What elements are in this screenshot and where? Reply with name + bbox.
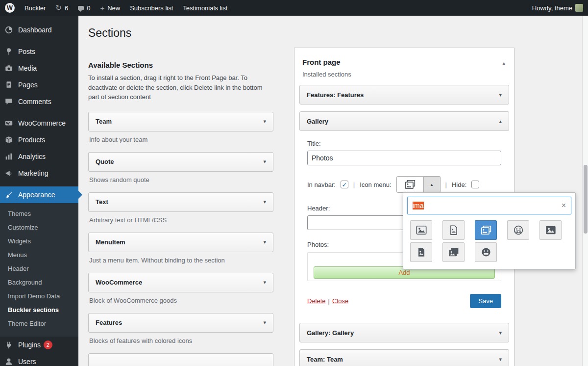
- paintbrush-icon: [4, 190, 14, 200]
- check-icon: ✓: [342, 182, 347, 188]
- submenu-menus[interactable]: Menus: [0, 248, 78, 262]
- subscribers-list-link[interactable]: Subscribers list: [125, 0, 178, 16]
- icon-search-input[interactable]: ima ×: [407, 197, 571, 214]
- testimonials-list-link[interactable]: Testimonials list: [178, 0, 232, 16]
- section-title: MenuItem: [96, 238, 125, 246]
- hide-checkbox[interactable]: [471, 181, 479, 188]
- chevron-down-icon: ▾: [263, 279, 266, 286]
- close-link[interactable]: Close: [332, 297, 348, 305]
- submenu-customize[interactable]: Customize: [0, 221, 78, 235]
- clear-search-icon[interactable]: ×: [562, 202, 566, 209]
- updates-count: 6: [65, 4, 68, 12]
- page-title: Sections: [78, 16, 588, 40]
- megaphone-icon: [4, 168, 14, 178]
- front-page-title: Front page: [302, 58, 506, 66]
- section-quote[interactable]: Quote ▾: [88, 152, 273, 172]
- dashboard-icon: [4, 25, 14, 35]
- grimace-icon[interactable]: [507, 220, 529, 240]
- submenu-widgets[interactable]: Widgets: [0, 235, 78, 248]
- appearance-submenu: Themes Customize Widgets Menus Header Ba…: [0, 203, 78, 337]
- sidebar-item-comments[interactable]: Comments: [0, 93, 78, 110]
- comments-indicator[interactable]: 0: [73, 0, 95, 16]
- chevron-down-icon: ▾: [263, 239, 266, 245]
- new-content-menu[interactable]: + New: [95, 0, 125, 16]
- section-partial[interactable]: [88, 353, 273, 366]
- installed-section-features[interactable]: Features: Features ▾: [299, 85, 509, 105]
- image-icon[interactable]: [410, 220, 432, 240]
- admin-bar: W Buckler ↻ 6 0 + New Subscribers list T…: [0, 0, 588, 16]
- section-team[interactable]: Team ▾: [88, 112, 273, 131]
- gallery-title-input[interactable]: [307, 151, 501, 165]
- sidebar-item-products[interactable]: Products: [0, 131, 78, 148]
- sidebar-item-label: Media: [18, 64, 37, 72]
- section-features[interactable]: Features ▾: [88, 313, 273, 333]
- document-icon: [4, 80, 14, 90]
- grimace-solid-icon[interactable]: [475, 242, 497, 262]
- installed-section-title: Features: Features: [307, 91, 364, 99]
- plugins-update-badge: 2: [44, 340, 52, 349]
- icon-menu-dropdown: ▴: [396, 176, 441, 193]
- sidebar-item-marketing[interactable]: Marketing: [0, 165, 78, 182]
- sidebar-item-label: Analytics: [18, 153, 46, 160]
- updates-indicator[interactable]: ↻ 6: [50, 0, 73, 16]
- sidebar-item-dashboard[interactable]: Dashboard: [0, 22, 78, 38]
- chevron-down-icon: ▾: [499, 356, 502, 363]
- save-button[interactable]: Save: [470, 294, 501, 308]
- images-solid-icon[interactable]: [442, 242, 465, 262]
- submenu-themes[interactable]: Themes: [0, 207, 78, 221]
- sidebar-item-users[interactable]: Users: [0, 353, 78, 366]
- plus-icon: +: [100, 4, 104, 12]
- sidebar-item-appearance[interactable]: Appearance: [0, 186, 78, 203]
- scrollbar-thumb[interactable]: [584, 165, 588, 234]
- section-description: Blocks of features with colored icons: [89, 337, 272, 344]
- section-woocommerce[interactable]: WooCommerce ▾: [88, 273, 273, 292]
- collapse-panel-icon[interactable]: ▴: [502, 60, 505, 66]
- bar-chart-icon: [4, 152, 14, 161]
- submenu-header[interactable]: Header: [0, 262, 78, 276]
- wp-logo-menu[interactable]: W: [0, 0, 20, 16]
- installed-section-gallery[interactable]: Gallery: Gallery ▾: [299, 323, 509, 342]
- howdy-account-menu[interactable]: Howdy, theme: [527, 0, 588, 16]
- sidebar-item-plugins[interactable]: Plugins 2: [0, 337, 78, 353]
- image-solid-icon[interactable]: [539, 220, 562, 240]
- submenu-theme-editor[interactable]: Theme Editor: [0, 317, 78, 331]
- submenu-buckler-sections[interactable]: Buckler sections: [0, 303, 78, 317]
- section-description: Arbitrary text or HTML/CSS: [89, 216, 272, 224]
- separator: |: [328, 297, 330, 305]
- sidebar-item-label: Marketing: [18, 169, 48, 177]
- delete-link[interactable]: Delete: [307, 297, 326, 305]
- file-image-icon[interactable]: [442, 220, 465, 240]
- hide-label: Hide:: [452, 181, 466, 188]
- title-label: Title:: [307, 140, 501, 147]
- sidebar-item-posts[interactable]: Posts: [0, 43, 78, 60]
- section-menuitem[interactable]: MenuItem ▾: [88, 233, 273, 252]
- sidebar-item-label: Appearance: [18, 191, 55, 199]
- speech-bubble-icon: [4, 97, 14, 106]
- site-name: Buckler: [24, 4, 46, 12]
- sidebar-item-label: Pages: [18, 81, 38, 89]
- available-sections-description: To install a section, drag it right to t…: [88, 73, 273, 102]
- scrollbar-track[interactable]: [582, 16, 588, 366]
- in-navbar-checkbox[interactable]: ✓: [341, 181, 348, 188]
- installed-section-gallery-header[interactable]: Gallery ▴: [299, 111, 509, 131]
- icon-menu-caret-button[interactable]: ▴: [424, 176, 441, 193]
- menu-separator: [0, 182, 78, 186]
- installed-section-team[interactable]: Team: Team ▾: [299, 349, 509, 366]
- images-icon-selected[interactable]: [475, 220, 497, 240]
- sidebar-item-analytics[interactable]: Analytics: [0, 148, 78, 165]
- sidebar-item-media[interactable]: Media: [0, 60, 78, 77]
- submenu-background[interactable]: Background: [0, 276, 78, 289]
- submenu-import-demo-data[interactable]: Import Demo Data: [0, 289, 78, 303]
- icon-grid: [407, 219, 571, 265]
- section-title: Text: [96, 198, 108, 206]
- section-title: Quote: [96, 158, 114, 165]
- sidebar-item-pages[interactable]: Pages: [0, 77, 78, 93]
- site-name-menu[interactable]: Buckler: [20, 0, 50, 16]
- file-image-solid-icon[interactable]: [410, 242, 432, 262]
- section-text[interactable]: Text ▾: [88, 192, 273, 212]
- sidebar-item-woocommerce[interactable]: WooCommerce: [0, 115, 78, 131]
- icon-menu-button[interactable]: [396, 176, 424, 193]
- section-description: Block of WooCommerce goods: [89, 297, 272, 304]
- comments-icon: [78, 6, 84, 10]
- gallery-options-row: In navbar: ✓ | Icon menu: ▴ | Hide:: [307, 176, 501, 193]
